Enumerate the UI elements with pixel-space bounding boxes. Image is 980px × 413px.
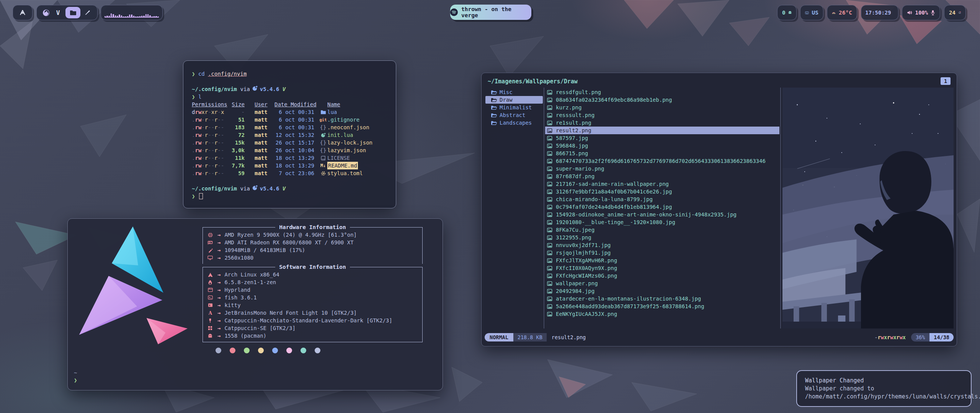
file-row[interactable]: chica-mirando-la-luna-8799.jpg (545, 195, 779, 203)
file-listing-row: .rw-r--r--59matt7 oct 23:06stylua.toml (192, 169, 387, 177)
file-row[interactable]: kurz.png (545, 104, 779, 111)
mode-indicator: NORMAL (485, 333, 513, 341)
palette-dot (230, 348, 235, 353)
file-row[interactable]: 0c794faf07de24a4db4d4fb1eb813964.jpg (545, 203, 779, 211)
file-row[interactable]: EeNKYgIUcAAJ5JX.png (545, 310, 779, 318)
weather-module[interactable]: 26°C (827, 5, 857, 20)
file-row[interactable]: 20492984.jpg (545, 287, 779, 295)
file-row[interactable]: atardecer-en-la-montanas-ilustracion-634… (545, 295, 779, 302)
file-row[interactable]: 68747470733a2f2f696d616765732d7769786d70… (545, 157, 779, 165)
file-row[interactable]: 87r687df.png (545, 172, 779, 180)
workspace-vim[interactable]: V (54, 7, 62, 18)
arrow-icon: → (217, 302, 220, 308)
notification-toast[interactable]: Wallpaper Changed Wallpaper changed to /… (796, 370, 972, 407)
fetch-window[interactable]: Hardware Information →AMD Ryzen 9 5900X … (67, 218, 443, 390)
status-bar: NORMAL 218.8 KB result2.png -rwxrwxrwx 3… (485, 332, 954, 342)
image-file-icon (547, 151, 554, 156)
updates-module[interactable]: 0 (777, 5, 797, 20)
hardware-info-title: Hardware Information (275, 224, 350, 230)
workspace-files-active[interactable] (65, 7, 80, 18)
file-row[interactable]: 08a634fa02a32364f69ebc86a98eb1eb.png (545, 96, 779, 104)
file-row[interactable]: FXfcII0X0AQyn9X.png (545, 264, 779, 272)
braces-icon: {} (319, 146, 327, 154)
fetch-info-row: →kitty (207, 301, 418, 309)
image-preview-art (782, 88, 954, 328)
audio-visualizer[interactable] (101, 5, 163, 20)
terminal-command-line: ❯ l (192, 93, 387, 101)
file-row[interactable]: 3122955.png (545, 234, 779, 241)
file-row[interactable]: 587597.jpg (545, 134, 779, 142)
clock-time: 17:50:29 (865, 10, 891, 16)
chevron-up-icon (19, 9, 26, 16)
sidebar-item-misc[interactable]: Misc (485, 88, 543, 96)
command-arg: .config/nvim (208, 70, 247, 78)
file-listing-row: .rw-r--r--183matt6 oct 00:31{}.neoconf.j… (192, 124, 387, 131)
workspace-brush[interactable] (83, 7, 92, 18)
file-row[interactable]: 19201080-__blue-tinge__-1920×1080.jpg (545, 218, 779, 226)
arrow-icon: → (217, 255, 220, 261)
icons-icon (207, 326, 214, 330)
file-row[interactable]: resssult.png (545, 111, 779, 119)
fetch-info-row: →Catppuccin-SE [GTK2/3] (207, 324, 418, 332)
file-manager-window[interactable]: ~/Imagenes/Wallpapers/Draw 1 MiscDrawMin… (481, 73, 957, 346)
sidebar-item-minimalist[interactable]: Minimalist (485, 104, 543, 111)
sidebar-item-draw[interactable]: Draw (485, 96, 543, 104)
hardware-info-section: Hardware Information →AMD Ryzen 9 5900X … (203, 224, 423, 264)
shell-icon (207, 295, 214, 300)
audio-module[interactable]: 100% (902, 5, 940, 20)
sidebar-item-landscapes[interactable]: Landscapes (485, 119, 543, 127)
file-list-pane: ressdfgult.png08a634fa02a32364f69ebc86a9… (545, 88, 779, 328)
file-row[interactable]: 217167-sad-anime-rain-wallpaper.png (545, 180, 779, 188)
shell-context-line: ~/.config/nvim viav5.4.6 V (192, 85, 387, 93)
image-file-icon (547, 128, 554, 133)
workspaces-module[interactable]: V (36, 5, 98, 20)
file-row[interactable]: re1sult.png (545, 119, 779, 127)
tab-count-badge[interactable]: 1 (941, 77, 951, 85)
notifications-module[interactable]: 24 (944, 5, 966, 20)
color-palette-dots (216, 348, 423, 353)
clock-module[interactable]: 17:50:29 (861, 5, 898, 20)
terminal-prompt-line[interactable]: ❯ (192, 192, 387, 200)
file-row[interactable]: result2.png (545, 127, 779, 134)
gpu-icon (207, 240, 214, 245)
fetch-info-row: →fish 3.6.1 (207, 294, 418, 301)
keyboard-layout: US (812, 10, 818, 16)
folder-open-icon (491, 120, 498, 125)
sidebar-item-abstract[interactable]: Abstract (485, 111, 543, 119)
cwd-path: ~/.config/nvim (192, 85, 237, 93)
workspace-firefox[interactable] (42, 7, 51, 18)
image-file-icon (547, 189, 554, 194)
file-row[interactable]: 5a266e448add93deab367d87173e9f25-6837886… (545, 302, 779, 310)
vim-icon: V (56, 9, 60, 16)
launcher-button[interactable] (13, 5, 33, 20)
file-row[interactable]: rsjqojlmjhf91.jpg (545, 249, 779, 257)
image-file-icon (547, 166, 554, 171)
terminal-command-line: ❯ cd .config/nvim (192, 70, 387, 78)
file-row[interactable]: super-mario.png (545, 165, 779, 172)
notifications-count: 24 (949, 10, 956, 16)
file-row[interactable]: 8FKa7Cu.jpeg (545, 226, 779, 234)
folder-open-icon (491, 90, 498, 95)
svg-text:A: A (208, 311, 212, 315)
media-player-pill[interactable]: thrown - on the verge (450, 5, 531, 20)
file-row[interactable]: 154928-odinokoe_anime-art-anime-okno-sin… (545, 211, 779, 218)
theme-icon (207, 318, 214, 323)
file-row[interactable]: nnvuv0xj2df71.jpg (545, 241, 779, 249)
file-row[interactable]: 596848.jpg (545, 142, 779, 150)
prompt-cwd: ~ (74, 369, 77, 377)
file-row[interactable]: FXfcJlTXgAMvH6R.png (545, 257, 779, 264)
terminal-cursor (199, 193, 203, 199)
file-row[interactable]: 3126f7e9bbf21a8a4af0b67b041c6e26.jpg (545, 188, 779, 195)
file-row[interactable]: wallpaper.png (545, 280, 779, 287)
file-row[interactable]: ressdfgult.png (545, 88, 779, 96)
cpu-icon (207, 233, 214, 237)
cursor-position-chip: 14/38 (929, 333, 954, 341)
shell-context-line: ~/.config/nvim viav5.4.6 V (192, 185, 387, 192)
lua-icon (252, 85, 258, 93)
image-file-icon (547, 205, 554, 210)
fetch-prompt[interactable]: ~ ❯ (74, 369, 77, 384)
terminal-window[interactable]: ❯ cd .config/nvim ~/.config/nvim viav5.4… (183, 60, 396, 208)
file-row[interactable]: 866715.png (545, 150, 779, 157)
file-row[interactable]: FXfcHgcWIAMzs0G.png (545, 272, 779, 280)
keyboard-layout-module[interactable]: US (800, 5, 823, 20)
